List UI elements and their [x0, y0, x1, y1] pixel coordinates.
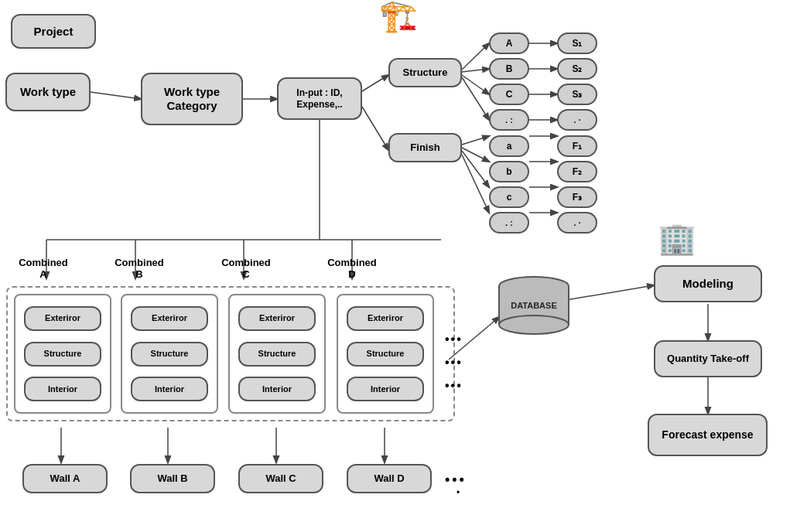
ext-C: Exteriror	[238, 306, 316, 331]
pill-C: C	[489, 84, 529, 105]
combined-A-label: CombinedA	[5, 257, 82, 280]
forecast-node: Forecast expense	[648, 414, 768, 456]
quantity-node: Quantity Take-off	[654, 340, 762, 377]
subgroup-B: Exteriror Structure Interior	[121, 294, 218, 414]
str-A: Structure	[24, 342, 101, 367]
combined-B-label: CombinedB	[101, 257, 178, 280]
subgroup-A: Exteriror Structure Interior	[14, 294, 111, 414]
pill-dot2: . :	[489, 212, 529, 234]
building-icon-top: 🏗️	[379, 0, 418, 31]
dots-subgroups3: •••	[445, 379, 463, 393]
ext-A: Exteriror	[24, 306, 101, 331]
ext-B: Exteriror	[131, 306, 208, 331]
building-icon-right: 🏢	[658, 223, 696, 254]
str-D: Structure	[347, 342, 424, 367]
svg-line-4	[462, 43, 489, 70]
diagram: Project Work type Work typeCategory In-p…	[0, 0, 807, 532]
subgroup-D: Exteriror Structure Interior	[337, 294, 434, 414]
svg-point-38	[499, 315, 569, 334]
pill-a: a	[489, 135, 529, 157]
int-D: Interior	[347, 377, 424, 401]
finish-node: Finish	[388, 133, 462, 162]
pill-B: B	[489, 58, 529, 80]
pill-Fdot: . ·	[557, 212, 597, 234]
svg-text:DATABASE: DATABASE	[511, 301, 556, 310]
svg-line-0	[91, 92, 141, 99]
svg-line-5	[462, 69, 489, 72]
svg-line-8	[462, 136, 489, 145]
svg-line-6	[462, 75, 489, 94]
dots-walls-small: •	[457, 487, 460, 498]
svg-line-2	[362, 75, 388, 91]
int-C: Interior	[238, 377, 316, 401]
pill-F2: F₂	[557, 161, 597, 182]
db-svg: DATABASE	[495, 275, 573, 336]
subgroup-C: Exteriror Structure Interior	[228, 294, 326, 414]
pill-Sdot: . ·	[557, 109, 597, 131]
pill-S1: S₁	[557, 32, 597, 54]
dots-subgroups: •••	[445, 332, 463, 346]
database-node: DATABASE	[495, 275, 573, 336]
wall-D-node: Wall D	[347, 464, 432, 493]
worktype-node: Work type	[5, 73, 91, 111]
str-C: Structure	[238, 342, 316, 367]
input-node: In-put : ID,Expense,..	[277, 77, 362, 120]
svg-line-3	[362, 107, 388, 150]
combined-C-label: CombinedC	[207, 257, 285, 280]
pill-dot1: . :	[489, 109, 529, 131]
dots-subgroups2: •••	[445, 356, 463, 370]
pill-A: A	[489, 32, 529, 54]
svg-line-11	[462, 155, 489, 213]
dots-walls: •••	[445, 472, 467, 488]
modeling-node: Modeling	[654, 265, 762, 302]
str-B: Structure	[131, 342, 208, 367]
pill-b: b	[489, 161, 529, 182]
ext-D: Exteriror	[347, 306, 424, 331]
project-node: Project	[11, 14, 96, 49]
svg-line-9	[462, 148, 489, 162]
wall-B-node: Wall B	[130, 464, 215, 493]
svg-line-7	[462, 77, 489, 120]
int-A: Interior	[24, 377, 101, 401]
pill-F1: F₁	[557, 135, 597, 157]
pill-S3: S₃	[557, 84, 597, 105]
svg-line-10	[462, 151, 489, 187]
worktypecat-node: Work typeCategory	[141, 73, 243, 125]
pill-c: c	[489, 186, 529, 208]
wall-A-node: Wall A	[22, 464, 108, 493]
int-B: Interior	[131, 377, 208, 401]
pill-F3: F₃	[557, 186, 597, 208]
combined-D-label: CombinedD	[313, 257, 391, 280]
pill-S2: S₂	[557, 58, 597, 80]
wall-C-node: Wall C	[238, 464, 323, 493]
structure-node: Structure	[388, 58, 462, 87]
